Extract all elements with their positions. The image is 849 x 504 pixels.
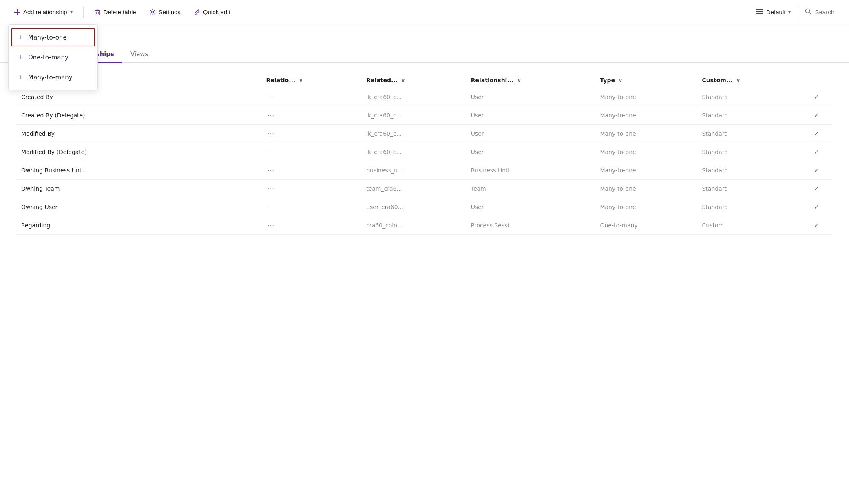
col-filter-chevron-4[interactable]: ∨ [619,78,623,84]
col-filter-chevron-1[interactable]: ∨ [299,78,303,84]
cell-related-table: User [466,88,595,106]
col-header-related-table[interactable]: Related... ∨ [361,73,466,88]
relationships-table-container: Display name ↑ ↓ Relatio... ∨ Related...… [0,63,849,244]
table-row: Owning Team ··· team_cra6... Team Many-t… [16,180,833,198]
cell-ellipsis[interactable]: ··· [261,88,362,106]
cell-ellipsis[interactable]: ··· [261,106,362,125]
pencil-icon [194,9,200,15]
svg-rect-0 [95,11,100,15]
cell-display-name: Owning User [16,198,261,216]
row-options-button[interactable]: ··· [266,111,276,119]
col-header-relationship-name[interactable]: Relatio... ∨ [261,73,362,88]
table-row: Regarding ··· cra60_colo... Process Sess… [16,216,833,235]
breadcrumb: Tables > Color [16,33,833,45]
cell-relationship-type: Many-to-one [595,106,697,125]
cell-custom: ✓ [800,125,833,143]
page-header: Tables > Color [0,24,849,45]
settings-button[interactable]: Settings [144,5,186,19]
search-button[interactable]: Search [798,5,841,19]
cell-relationship-name: cra60_colo... [361,216,466,235]
dropdown-item-many-to-many[interactable]: ＋ Many-to-many [9,67,97,87]
default-view-button[interactable]: Default ▾ [750,5,797,19]
cell-ellipsis[interactable]: ··· [261,216,362,235]
cell-ellipsis[interactable]: ··· [261,143,362,161]
cell-type: Standard [697,106,800,125]
cell-type: Standard [697,180,800,198]
cell-ellipsis[interactable]: ··· [261,180,362,198]
row-options-button[interactable]: ··· [266,148,276,156]
row-options-button[interactable]: ··· [266,93,276,101]
relationships-table: Display name ↑ ↓ Relatio... ∨ Related...… [16,73,833,235]
cell-ellipsis[interactable]: ··· [261,198,362,216]
cell-relationship-name: business_u... [361,161,466,180]
add-relationship-button[interactable]: Add relationship ▾ [8,5,78,19]
row-options-button[interactable]: ··· [266,166,276,174]
cell-display-name: Modified By (Delegate) [16,143,261,161]
cell-related-table: Process Sessi [466,216,595,235]
cell-custom: ✓ [800,143,833,161]
tabs-bar: Columns Relationships Views [0,46,849,63]
cell-display-name: Created By (Delegate) [16,106,261,125]
col-filter-chevron-2[interactable]: ∨ [401,78,405,84]
cell-related-table: Business Unit [466,161,595,180]
cell-type: Standard [697,88,800,106]
dropdown-label-many-to-one: Many-to-one [28,34,67,41]
cell-type: Standard [697,125,800,143]
dropdown-label-many-to-many: Many-to-many [28,74,73,81]
table-row: Owning Business Unit ··· business_u... B… [16,161,833,180]
menu-icon [756,9,763,15]
add-relationship-dropdown: ＋ Many-to-one ＋ One-to-many ＋ Many-to-ma… [8,24,98,90]
row-options-button[interactable]: ··· [266,130,276,138]
cell-custom: ✓ [800,180,833,198]
cell-display-name: Modified By [16,125,261,143]
cell-ellipsis[interactable]: ··· [261,161,362,180]
row-options-button[interactable]: ··· [266,203,276,211]
cell-relationship-type: Many-to-one [595,143,697,161]
add-relationship-chevron: ▾ [70,9,73,15]
col-filter-chevron-5[interactable]: ∨ [736,78,741,84]
cell-custom: ✓ [800,198,833,216]
plus-icon-many-to-many: ＋ [18,73,24,81]
dropdown-item-many-to-one[interactable]: ＋ Many-to-one [11,28,95,46]
cell-relationship-type: Many-to-one [595,125,697,143]
col-header-relationship-type[interactable]: Relationshi... ∨ [466,73,595,88]
cell-related-table: User [466,106,595,125]
quick-edit-label: Quick edit [203,9,230,15]
custom-checkmark: ✓ [814,93,819,101]
col-header-type[interactable]: Type ∨ [595,73,697,88]
cell-relationship-name: lk_cra60_c... [361,106,466,125]
add-relationship-label: Add relationship [23,9,67,15]
table-row: Owning User ··· user_cra60... User Many-… [16,198,833,216]
search-label: Search [815,9,834,15]
cell-ellipsis[interactable]: ··· [261,125,362,143]
col-header-custom[interactable]: Custom... ∨ [697,73,800,88]
col-filter-chevron-3[interactable]: ∨ [517,78,521,84]
cell-relationship-type: Many-to-one [595,161,697,180]
quick-edit-button[interactable]: Quick edit [188,5,236,19]
delete-table-label: Delete table [104,9,136,15]
cell-type: Standard [697,161,800,180]
cell-relationship-name: user_cra60... [361,198,466,216]
dropdown-item-one-to-many[interactable]: ＋ One-to-many [9,47,97,67]
cell-related-table: User [466,143,595,161]
cell-relationship-name: lk_cra60_c... [361,143,466,161]
table-row: Created By (Delegate) ··· lk_cra60_c... … [16,106,833,125]
cell-relationship-name: lk_cra60_c... [361,88,466,106]
search-icon [805,8,811,16]
cell-display-name: Owning Team [16,180,261,198]
cell-relationship-name: lk_cra60_c... [361,125,466,143]
tab-views[interactable]: Views [122,46,156,63]
delete-table-button[interactable]: Delete table [88,5,142,19]
cell-custom: ✓ [800,88,833,106]
trash-icon [94,9,101,15]
table-row: Modified By ··· lk_cra60_c... User Many-… [16,125,833,143]
svg-point-1 [151,11,153,13]
custom-checkmark: ✓ [814,112,819,119]
custom-checkmark: ✓ [814,130,819,137]
row-options-button[interactable]: ··· [266,221,276,229]
custom-checkmark: ✓ [814,203,819,211]
cell-custom: ✓ [800,106,833,125]
cell-custom: ✓ [800,161,833,180]
table-row: Created By ··· lk_cra60_c... User Many-t… [16,88,833,106]
row-options-button[interactable]: ··· [266,185,276,193]
